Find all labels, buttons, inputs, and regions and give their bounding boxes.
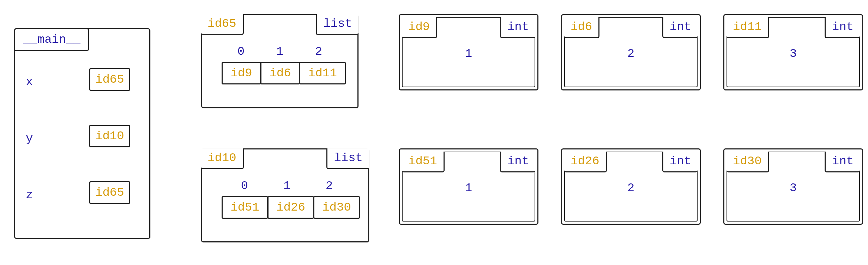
obj-type: int [500, 152, 535, 172]
obj-value: 2 [562, 47, 700, 60]
cell-0: id9 [222, 62, 261, 84]
idx-1: 1 [266, 45, 294, 58]
obj-type: int [662, 152, 698, 172]
var-y-ref: id10 [89, 125, 130, 147]
obj-id: id9 [402, 17, 437, 38]
var-x-name: x [26, 75, 33, 89]
idx-0: 0 [227, 45, 255, 58]
obj-int-id11: id11 int 3 [723, 14, 863, 90]
obj-id: id11 [727, 17, 769, 38]
obj-id: id65 [201, 14, 244, 35]
obj-value: 2 [562, 181, 700, 195]
idx-2: 2 [305, 45, 333, 58]
frame-title-box: __main__ [14, 28, 89, 51]
obj-id: id26 [564, 152, 607, 172]
cell-1: id6 [260, 62, 300, 84]
frame-title: __main__ [23, 33, 80, 46]
var-z-name: z [26, 188, 33, 202]
obj-id: id30 [727, 152, 769, 172]
cell-2: id30 [313, 196, 360, 219]
frame-main: __main__ x id65 y id10 z id65 [14, 28, 150, 239]
obj-list-id10: id10 list 0 1 2 id51 id26 id30 [201, 148, 369, 242]
memory-diagram: __main__ x id65 y id10 z id65 id65 list … [0, 0, 868, 265]
obj-value: 1 [400, 47, 537, 60]
obj-type: int [825, 152, 860, 172]
var-z-ref: id65 [89, 181, 130, 204]
obj-id: id6 [564, 17, 599, 38]
obj-value: 1 [400, 181, 537, 195]
obj-int-id51: id51 int 1 [399, 148, 538, 225]
idx-2: 2 [315, 179, 343, 193]
obj-type: int [825, 17, 860, 38]
idx-0: 0 [230, 179, 259, 193]
obj-type: int [500, 17, 535, 38]
idx-1: 1 [273, 179, 301, 193]
obj-id: id51 [402, 152, 445, 172]
obj-id: id10 [201, 148, 244, 169]
obj-type: list [326, 148, 369, 169]
cell-0: id51 [222, 196, 268, 219]
obj-int-id6: id6 int 2 [561, 14, 701, 90]
obj-int-id30: id30 int 3 [723, 148, 863, 225]
obj-type: list [316, 14, 358, 35]
cell-2: id11 [299, 62, 346, 84]
obj-list-id65: id65 list 0 1 2 id9 id6 id11 [201, 14, 358, 108]
obj-int-id26: id26 int 2 [561, 148, 701, 225]
obj-value: 3 [724, 181, 862, 195]
obj-type: int [662, 17, 698, 38]
obj-int-id9: id9 int 1 [399, 14, 538, 90]
var-x-ref: id65 [89, 68, 130, 91]
var-y-name: y [26, 132, 33, 145]
cell-1: id26 [267, 196, 314, 219]
obj-value: 3 [724, 47, 862, 60]
